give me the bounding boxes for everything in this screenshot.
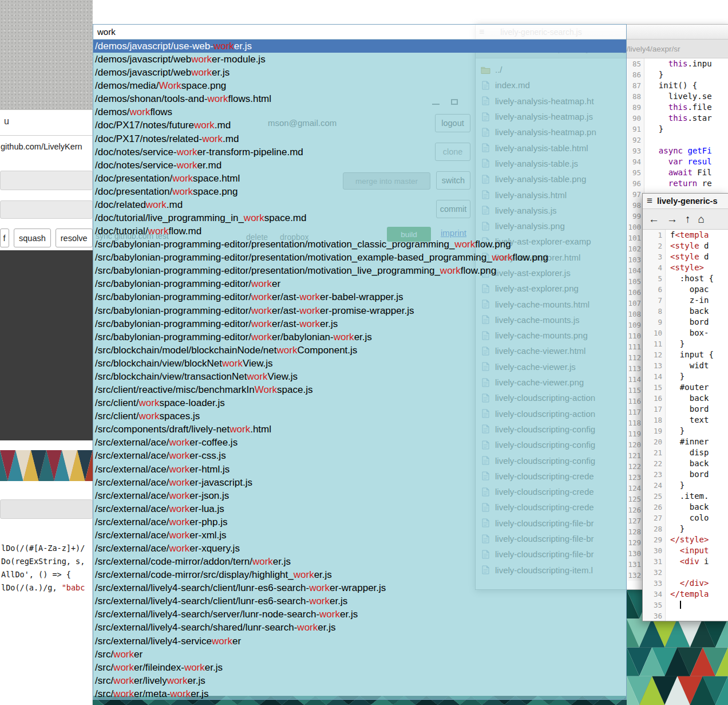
code-line[interactable]: 1f<templa [643, 230, 728, 241]
code-line[interactable]: 12 input { [643, 349, 728, 360]
search-result-row[interactable]: /src/external/ace/worker-html.js [93, 463, 626, 476]
search-result-row[interactable]: /src/babylonian-programming-editor/worke… [93, 290, 626, 304]
resolve-button[interactable]: resolve [56, 229, 93, 247]
code-line[interactable]: 9 bord [643, 317, 728, 328]
code-line[interactable]: 87 init() { [627, 80, 728, 91]
search-result-row[interactable]: /src/client/reactive/misc/benchmarkInWor… [93, 383, 626, 396]
code-line[interactable]: 23 bord [643, 469, 728, 480]
search-result-row[interactable]: /src/external/lively4-search/client/lunr… [93, 581, 626, 594]
code-line[interactable]: 93 async getFi [627, 145, 728, 156]
code-line[interactable]: 7 z-in [643, 295, 728, 306]
code-line[interactable]: 94 var resul [627, 156, 728, 167]
search-result-row[interactable]: /src/components/draft/lively-network.htm… [93, 423, 626, 436]
code-line[interactable]: 89 this.file [627, 102, 728, 113]
search-result-row[interactable]: /src/blockchain/view/blockNetworkView.js [93, 357, 626, 370]
search-result-row[interactable]: /src/babylonian-programming-editor/prese… [93, 264, 626, 277]
code-line[interactable]: 96 return re [627, 178, 728, 189]
text-field[interactable] [0, 171, 93, 190]
code-line[interactable]: 85 this.inpu [627, 58, 728, 69]
search-result-row[interactable]: /src/babylonian-programming-editor/worke… [93, 304, 626, 317]
search-result-row[interactable]: /src/external/lively4-serviceworker [93, 635, 626, 648]
code-line[interactable]: 16 back [643, 393, 728, 404]
code-line[interactable]: 34</templa [643, 589, 728, 600]
code-line[interactable]: 4<style> [643, 262, 728, 273]
code-line[interactable]: 5 :host { [643, 273, 728, 284]
search-result-row[interactable]: /src/client/workspaces.js [93, 409, 626, 423]
up-icon[interactable]: ↑ [685, 213, 691, 226]
code-editor[interactable]: 1f<templa2<style d3<style d4<style>5 :ho… [643, 230, 728, 621]
code-line[interactable]: 17 bord [643, 404, 728, 415]
code-line[interactable]: 26 back [643, 502, 728, 513]
menu-icon[interactable]: ≡ [647, 195, 652, 207]
search-result-row[interactable]: /src/external/ace/worker-xml.js [93, 529, 626, 542]
search-result-row[interactable]: /demos/javascript/webworker-module.js [93, 53, 626, 66]
search-result-row[interactable]: /doc/tutorial/live_programming_in_worksp… [93, 211, 626, 225]
code-line[interactable]: 10 box- [643, 328, 728, 338]
search-result-row[interactable]: /src/external/lively4-search/server/lunr… [93, 608, 626, 621]
code-line[interactable]: 8 back [643, 306, 728, 317]
search-result-row[interactable]: /doc/PX17/notes/related-work.md [93, 132, 626, 145]
search-result-row[interactable]: /demos/javascript/use-web-worker.js [93, 40, 626, 53]
code-line[interactable]: 27 colo [643, 513, 728, 523]
search-result-row[interactable]: /src/external/ace/worker-json.js [93, 489, 626, 502]
search-result-row[interactable]: /src/external/ace/worker-css.js [93, 449, 626, 462]
code-line[interactable]: 90 this.star [627, 113, 728, 124]
search-result-row[interactable]: /doc/notes/service-worker-transform-pipe… [93, 145, 626, 159]
search-result-row[interactable]: /src/external/ace/worker-php.js [93, 515, 626, 529]
code-line[interactable]: 30 <input [643, 545, 728, 556]
search-result-row[interactable]: /src/external/code-mirror/src/display/hi… [93, 568, 626, 581]
code-line[interactable]: 13 widt [643, 360, 728, 371]
code-line[interactable]: 2<style d [643, 241, 728, 251]
search-result-row[interactable]: /doc/notes/service-worker.md [93, 159, 626, 172]
search-input[interactable] [93, 27, 626, 37]
code-line[interactable]: 36 [643, 611, 728, 621]
search-result-row[interactable]: /src/blockchain/view/transactionNetworkV… [93, 370, 626, 383]
search-result-row[interactable]: /demos/workflows [93, 105, 626, 119]
search-result-row[interactable]: /src/babylonian-programming-editor/worke… [93, 317, 626, 330]
search-result-row[interactable]: /doc/tutorial/workflow.md [93, 225, 626, 238]
squash-button[interactable]: squash [14, 229, 51, 247]
truncated-button[interactable]: f [0, 229, 9, 247]
code-line[interactable]: 91 } [627, 124, 728, 135]
search-result-row[interactable]: /src/worker/fileindex-worker.js [93, 661, 626, 674]
search-result-row[interactable]: /src/external/ace/worker-lua.js [93, 502, 626, 515]
code-line[interactable]: 33 </div> [643, 578, 728, 589]
search-result-row[interactable]: /doc/presentation/workspace.png [93, 185, 626, 198]
search-result-row[interactable]: /src/external/ace/worker-coffee.js [93, 436, 626, 449]
code-line[interactable]: 92 [627, 135, 728, 145]
code-line[interactable]: 25 .item. [643, 491, 728, 502]
code-line[interactable]: 28 } [643, 523, 728, 534]
code-line[interactable]: 21 disp [643, 447, 728, 458]
code-line[interactable]: 35 [643, 600, 728, 611]
search-result-row[interactable]: /src/worker [93, 648, 626, 661]
code-line[interactable]: 24 } [643, 480, 728, 491]
search-result-row[interactable]: /demos/javascript/webworker.js [93, 66, 626, 79]
code-line[interactable]: 11 } [643, 338, 728, 349]
search-result-row[interactable]: /src/babylonian-programming-editor/prese… [93, 238, 626, 251]
search-result-row[interactable]: /src/external/lively4-search/client/lunr… [93, 594, 626, 608]
forward-icon[interactable]: → [667, 213, 678, 226]
search-result-row[interactable]: /doc/presentation/workspace.html [93, 172, 626, 185]
code-line[interactable]: 3<style d [643, 251, 728, 262]
code-line[interactable]: 86 } [627, 69, 728, 80]
text-field[interactable] [0, 200, 93, 219]
search-result-row[interactable]: /src/client/workspace-loader.js [93, 396, 626, 409]
search-result-row[interactable]: /src/external/lively4-search/shared/lunr… [93, 621, 626, 634]
search-result-row[interactable]: /src/external/ace/worker-javascript.js [93, 476, 626, 489]
search-result-row[interactable]: /src/babylonian-programming-editor/worke… [93, 330, 626, 344]
code-line[interactable]: 14 } [643, 371, 728, 382]
search-result-row[interactable]: /src/babylonian-programming-editor/worke… [93, 277, 626, 290]
back-icon[interactable]: ← [648, 213, 659, 226]
code-line[interactable]: 95 await Fil [627, 167, 728, 178]
search-result-row[interactable]: /demos/shonan/tools-and-workflows.html [93, 92, 626, 105]
code-line[interactable]: 88 lively.se [627, 91, 728, 102]
search-result-row[interactable]: /src/worker/livelyworker.js [93, 674, 626, 687]
code-line[interactable]: 15 #outer [643, 382, 728, 393]
code-line[interactable]: 18 text [643, 415, 728, 426]
code-line[interactable]: 29</style> [643, 534, 728, 545]
search-result-row[interactable]: /src/worker/meta-worker.js [93, 687, 626, 699]
search-result-row[interactable]: /demos/media/Workspace.png [93, 79, 626, 92]
window-title-bar[interactable]: ≡ lively-generic-s [643, 194, 728, 209]
home-icon[interactable]: ⌂ [698, 213, 705, 226]
search-result-row[interactable]: /doc/relatedwork.md [93, 198, 626, 211]
